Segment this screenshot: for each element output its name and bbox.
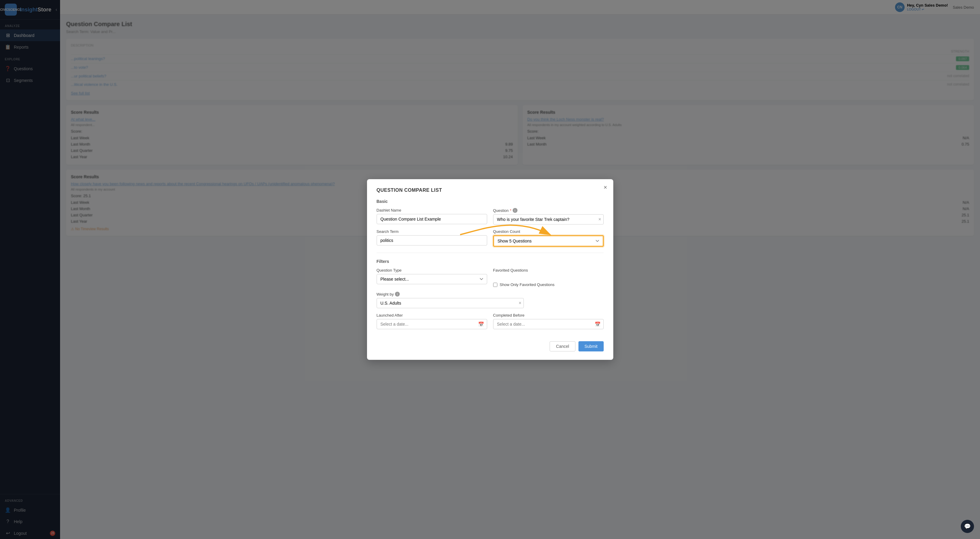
question-group: Question * i × [493,208,604,225]
basic-section-label: Basic [377,199,604,204]
modal-footer: Cancel Submit [377,336,604,352]
search-term-group: Search Term [377,229,487,247]
question-type-select[interactable]: Please select... [377,274,487,284]
divider [377,253,604,253]
question-type-group: Question Type Please select... [377,268,487,287]
completed-before-input-wrapper: 📅 [493,319,604,329]
dashlet-name-input[interactable] [377,214,487,224]
modal-overlay: QUESTION COMPARE LIST × Basic Dashlet Na… [60,0,980,539]
question-count-label: Question Count [493,229,604,234]
question-clear-button[interactable]: × [598,217,601,222]
modal-title: QUESTION COMPARE LIST [377,187,604,193]
form-row-dates: Launched After 📅 Completed Before 📅 [377,313,604,329]
favorited-checkbox-label: Show Only Favorited Questions [500,282,555,287]
weight-by-input[interactable] [377,298,524,308]
main-content: CN Hey, Cyn Sales Demo! LOGOUT ↵ Sales D… [60,0,980,539]
modal-dialog: QUESTION COMPARE LIST × Basic Dashlet Na… [367,179,613,360]
favorited-group: Favorited Questions Show Only Favorited … [493,268,604,287]
favorited-label: Favorited Questions [493,268,604,273]
question-count-select[interactable]: Show 5 Questions Show 10 Questions Show … [493,235,604,247]
search-term-label: Search Term [377,229,487,234]
filters-section-label: Filters [377,259,604,264]
chat-bubble-button[interactable]: 💬 [961,520,974,533]
required-marker: * [510,208,511,213]
cancel-button[interactable]: Cancel [550,341,576,352]
weight-by-group: Weight by i × [377,292,524,308]
weight-input-wrapper: × [377,298,524,308]
favorited-checkbox-row: Show Only Favorited Questions [493,282,604,287]
dashlet-name-label: Dashlet Name [377,208,487,212]
completed-before-group: Completed Before 📅 [493,313,604,329]
weight-info-icon[interactable]: i [395,292,400,296]
question-input-wrapper: × [493,214,604,225]
question-label: Question * i [493,208,604,213]
dashlet-name-group: Dashlet Name [377,208,487,225]
weight-by-label: Weight by i [377,292,524,296]
favorited-checkbox[interactable] [493,283,497,287]
completed-before-label: Completed Before [493,313,604,317]
form-row-filters: Question Type Please select... Favorited… [377,268,604,287]
submit-button[interactable]: Submit [578,341,604,352]
question-count-group: Question Count Show 5 Questions Show 10 … [493,229,604,247]
launched-after-input[interactable] [377,319,487,329]
launched-after-group: Launched After 📅 [377,313,487,329]
form-row-search: Search Term Question Count Show 5 Questi… [377,229,604,247]
weight-clear-button[interactable]: × [519,300,521,306]
search-term-input[interactable] [377,235,487,246]
launched-after-label: Launched After [377,313,487,317]
completed-before-input[interactable] [493,319,604,329]
form-row-basic: Dashlet Name Question * i × [377,208,604,225]
modal-close-button[interactable]: × [604,184,607,191]
form-row-weight: Weight by i × [377,292,604,308]
question-type-label: Question Type [377,268,487,273]
question-info-icon[interactable]: i [513,208,517,213]
question-input[interactable] [493,214,604,225]
launched-after-input-wrapper: 📅 [377,319,487,329]
